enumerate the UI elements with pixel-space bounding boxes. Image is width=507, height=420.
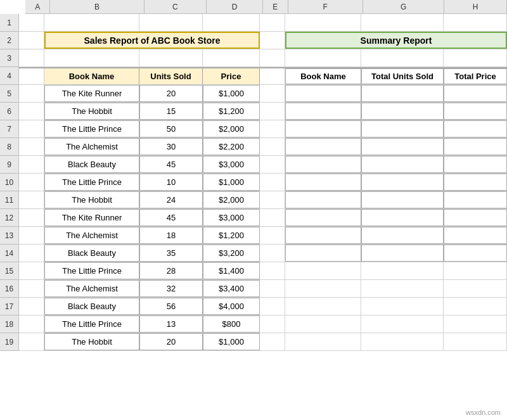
units-sold-14: 35 bbox=[139, 245, 203, 262]
cell-12e bbox=[260, 209, 285, 226]
book-name-7: The Little Prince bbox=[44, 120, 139, 137]
units-sold-11: 24 bbox=[139, 191, 203, 208]
price-18: $800 bbox=[203, 315, 260, 333]
summary-f6 bbox=[285, 103, 361, 120]
column-headers: A B C D E F G H bbox=[25, 0, 507, 14]
summary-f19 bbox=[285, 333, 361, 350]
cell-6e bbox=[260, 103, 285, 120]
row-num-9: 9 bbox=[0, 156, 18, 174]
row-num-6: 6 bbox=[0, 103, 18, 120]
cell-18a bbox=[19, 315, 44, 333]
summary-h16 bbox=[444, 280, 507, 297]
book-name-18: The Little Prince bbox=[44, 315, 139, 333]
book-name-16: The Alchemist bbox=[44, 280, 139, 297]
price-15: $1,400 bbox=[203, 262, 260, 279]
summary-h11 bbox=[444, 191, 507, 208]
cell-3e bbox=[260, 49, 285, 67]
book-name-12: The Kite Runner bbox=[44, 209, 139, 226]
cell-14e bbox=[260, 245, 285, 262]
cell-11e bbox=[260, 191, 285, 208]
cell-3g bbox=[361, 49, 444, 67]
cell-1f bbox=[285, 14, 361, 31]
header-price: Price bbox=[203, 68, 260, 84]
price-6: $1,200 bbox=[203, 103, 260, 120]
summary-h7 bbox=[444, 120, 507, 137]
price-7: $2,000 bbox=[203, 120, 260, 137]
row-num-10: 10 bbox=[0, 174, 18, 191]
table-row: The Alchemist 32 $3,400 bbox=[19, 280, 507, 298]
row-numbers: 1 2 3 4 5 6 7 8 9 10 11 12 13 14 15 16 1… bbox=[0, 14, 19, 351]
col-header-c: C bbox=[144, 0, 207, 13]
cell-2a bbox=[19, 32, 44, 49]
summary-f12 bbox=[285, 209, 361, 226]
book-name-6: The Hobbit bbox=[44, 103, 139, 120]
header-summary-book-name: Book Name bbox=[285, 68, 361, 84]
row-num-1: 1 bbox=[0, 14, 18, 32]
table-row: The Alchemist 30 $2,200 bbox=[19, 138, 507, 156]
units-sold-5: 20 bbox=[139, 85, 203, 102]
units-sold-17: 56 bbox=[139, 298, 203, 315]
units-sold-16: 32 bbox=[139, 280, 203, 297]
summary-g10 bbox=[361, 174, 444, 191]
row-num-12: 12 bbox=[0, 209, 18, 227]
cell-3a bbox=[19, 49, 44, 67]
cell-4a bbox=[19, 68, 44, 84]
units-sold-8: 30 bbox=[139, 138, 203, 155]
row-num-7: 7 bbox=[0, 120, 18, 138]
book-name-10: The Little Prince bbox=[44, 174, 139, 191]
units-sold-18: 13 bbox=[139, 315, 203, 333]
summary-title: Summary Report bbox=[285, 32, 507, 49]
summary-h8 bbox=[444, 138, 507, 155]
header-book-name: Book Name bbox=[44, 68, 139, 84]
summary-g11 bbox=[361, 191, 444, 208]
summary-g6 bbox=[361, 103, 444, 120]
cell-18e bbox=[260, 315, 285, 333]
cell-6a bbox=[19, 103, 44, 120]
table-row: The Little Prince 28 $1,400 bbox=[19, 262, 507, 280]
cell-15a bbox=[19, 262, 44, 279]
summary-g16 bbox=[361, 280, 444, 297]
book-name-9: Black Beauty bbox=[44, 156, 139, 173]
cell-9e bbox=[260, 156, 285, 173]
price-17: $4,000 bbox=[203, 298, 260, 315]
cell-1h bbox=[444, 14, 507, 31]
summary-f17 bbox=[285, 298, 361, 315]
book-name-15: The Little Prince bbox=[44, 262, 139, 279]
book-name-13: The Alchemist bbox=[44, 227, 139, 244]
cell-15e bbox=[260, 262, 285, 279]
cell-3b bbox=[44, 49, 139, 67]
cell-4e bbox=[260, 68, 285, 84]
summary-f10 bbox=[285, 174, 361, 191]
cell-14a bbox=[19, 245, 44, 262]
row-num-13: 13 bbox=[0, 227, 18, 245]
summary-f18 bbox=[285, 315, 361, 333]
row-num-14: 14 bbox=[0, 245, 18, 262]
table-row: The Hobbit 24 $2,000 bbox=[19, 191, 507, 209]
cell-13e bbox=[260, 227, 285, 244]
cell-5a bbox=[19, 85, 44, 102]
cell-3d bbox=[203, 49, 260, 67]
cell-2e bbox=[260, 32, 285, 49]
cell-8a bbox=[19, 138, 44, 155]
units-sold-6: 15 bbox=[139, 103, 203, 120]
units-sold-7: 50 bbox=[139, 120, 203, 137]
table-row: The Hobbit 20 $1,000 bbox=[19, 333, 507, 351]
book-name-11: The Hobbit bbox=[44, 191, 139, 208]
summary-h14 bbox=[444, 245, 507, 262]
col-header-f: F bbox=[288, 0, 363, 13]
book-name-14: Black Beauty bbox=[44, 245, 139, 262]
col-header-b: B bbox=[50, 0, 144, 13]
units-sold-12: 45 bbox=[139, 209, 203, 226]
table-row: The Little Prince 13 $800 bbox=[19, 315, 507, 333]
table-row: Book Name Units Sold Price Book Name Tot… bbox=[19, 67, 507, 85]
summary-f15 bbox=[285, 262, 361, 279]
row-num-5: 5 bbox=[0, 85, 18, 103]
summary-g8 bbox=[361, 138, 444, 155]
cell-9a bbox=[19, 156, 44, 173]
summary-h19 bbox=[444, 333, 507, 350]
summary-g13 bbox=[361, 227, 444, 244]
cell-1e bbox=[260, 14, 285, 31]
summary-f14 bbox=[285, 245, 361, 262]
summary-h18 bbox=[444, 315, 507, 333]
summary-g7 bbox=[361, 120, 444, 137]
